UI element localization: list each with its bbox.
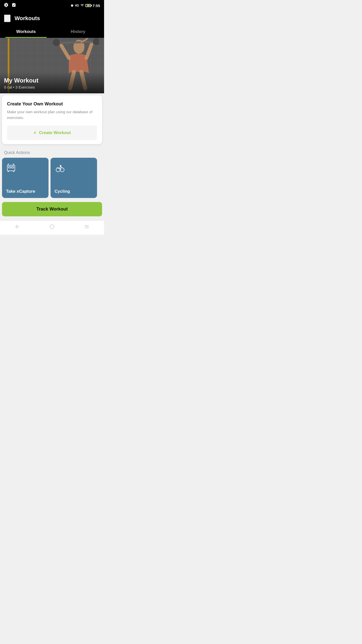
tab-bar: Workouts History <box>0 26 104 38</box>
create-card-title: Create Your Own Workout <box>7 101 97 107</box>
network-label: 4G <box>75 4 79 7</box>
create-workout-label: Create Workout <box>39 130 71 135</box>
quick-action-xcapture[interactable]: Take xCapture <box>2 158 49 198</box>
workout-meta: 0 cal • 3 Exercises <box>4 85 100 89</box>
page-title: Workouts <box>15 15 40 22</box>
svg-line-3 <box>56 42 97 43</box>
banner-overlay: My Workout 0 cal • 3 Exercises <box>0 72 104 93</box>
bottom-nav-menu[interactable] <box>84 224 90 230</box>
tab-history[interactable]: History <box>52 26 104 38</box>
quick-actions-row: Take xCapture Cycling <box>0 158 104 198</box>
battery-icon <box>85 4 91 7</box>
svg-point-12 <box>60 168 64 172</box>
svg-rect-9 <box>9 167 11 168</box>
workout-name: My Workout <box>4 77 100 84</box>
status-bar: ✱ 4G 7:55 <box>0 0 104 11</box>
svg-point-15 <box>50 225 54 229</box>
header: ← Workouts <box>0 11 104 26</box>
quick-actions-section: Quick Actions Take xCapture <box>0 146 104 198</box>
xcapture-label: Take xCapture <box>6 189 44 194</box>
create-card-description: Make your own workout plan using our dat… <box>7 109 97 120</box>
quick-actions-title: Quick Actions <box>0 146 104 158</box>
bottom-nav-home[interactable] <box>49 224 55 230</box>
create-workout-button[interactable]: + Create Workout <box>7 126 97 140</box>
cycling-icon <box>55 163 93 174</box>
signal-icon <box>80 4 84 8</box>
settings-icon <box>4 3 9 8</box>
back-button[interactable]: ← <box>4 15 11 22</box>
bottom-nav-back[interactable] <box>14 224 20 230</box>
workout-banner[interactable]: My Workout 0 cal • 3 Exercises <box>0 38 104 93</box>
tab-workouts[interactable]: Workouts <box>0 26 52 38</box>
svg-point-5 <box>93 38 99 45</box>
svg-line-2 <box>86 44 92 58</box>
cycling-label: Cycling <box>55 189 93 194</box>
create-workout-card: Create Your Own Workout Make your own wo… <box>2 95 102 144</box>
bluetooth-icon: ✱ <box>71 4 73 8</box>
svg-rect-10 <box>12 167 14 168</box>
svg-line-1 <box>61 46 69 58</box>
status-bar-left <box>4 3 16 8</box>
plus-icon: + <box>33 130 36 136</box>
clipboard-icon <box>12 3 16 8</box>
track-workout-button[interactable]: Track Workout <box>2 202 102 216</box>
capture-icon <box>6 163 44 174</box>
status-bar-right: ✱ 4G 7:55 <box>71 4 100 8</box>
time-display: 7:55 <box>93 4 100 8</box>
bottom-nav <box>0 220 104 235</box>
svg-point-4 <box>53 39 60 46</box>
quick-action-cycling[interactable]: Cycling <box>51 158 97 198</box>
